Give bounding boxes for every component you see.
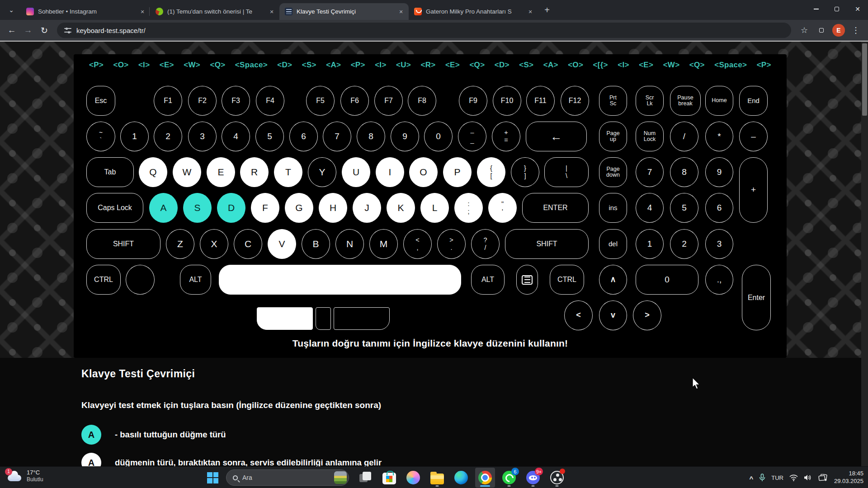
key-np6[interactable]: 6 <box>705 193 733 223</box>
key-w[interactable]: W <box>173 157 201 187</box>
key-semicolon[interactable]: :; <box>454 193 483 223</box>
microphone-icon[interactable] <box>759 474 765 482</box>
bookmark-star-icon[interactable]: ☆ <box>797 23 812 38</box>
key-np-plus[interactable]: + <box>739 157 768 223</box>
key-np-enter[interactable]: Enter <box>742 265 771 330</box>
tab-close-button[interactable]: ✕ <box>526 8 534 16</box>
key-f8[interactable]: F8 <box>408 86 436 116</box>
key-np-slash[interactable]: / <box>670 122 698 151</box>
profile-avatar[interactable]: E <box>831 23 846 38</box>
key-b[interactable]: B <box>302 229 330 259</box>
key-ctrl-right[interactable]: CTRL <box>550 265 584 295</box>
key-f9[interactable]: F9 <box>459 86 487 116</box>
key-np0[interactable]: 0 <box>636 265 698 295</box>
taskbar-clock[interactable]: 18:45 29.03.2025 <box>834 470 863 485</box>
key-f7[interactable]: F7 <box>374 86 403 116</box>
key-np1[interactable]: 1 <box>636 229 664 259</box>
key-del[interactable]: del <box>599 229 627 259</box>
key-np7[interactable]: 7 <box>636 157 664 187</box>
forward-button[interactable]: → <box>21 23 35 38</box>
key-f1[interactable]: F1 <box>154 86 182 116</box>
key-f11[interactable]: F11 <box>526 86 555 116</box>
taskbar-app-store[interactable] <box>379 468 399 488</box>
key-3[interactable]: 3 <box>188 122 217 151</box>
key-f5[interactable]: F5 <box>306 86 335 116</box>
tray-overflow-chevron-icon[interactable]: ^ <box>749 475 753 483</box>
key-2[interactable]: 2 <box>154 122 182 151</box>
key-i[interactable]: I <box>376 157 404 187</box>
key-q[interactable]: Q <box>139 157 167 187</box>
tab-2[interactable]: (1) Temu'dan switch önerisi | Te✕ <box>150 3 279 20</box>
key-menu[interactable] <box>516 265 538 295</box>
key-backspace[interactable]: ← <box>526 122 587 151</box>
key-6[interactable]: 6 <box>289 122 318 151</box>
key-win[interactable] <box>126 265 155 295</box>
address-bar[interactable]: keyboard-test.space/tr/ <box>57 23 791 38</box>
key-h[interactable]: H <box>319 193 347 223</box>
key-equals[interactable]: += <box>492 122 520 151</box>
scrollbar-thumb[interactable] <box>862 43 867 116</box>
key-prtsc[interactable]: PrtSc <box>599 86 627 116</box>
key-num-lock[interactable]: NumLock <box>636 122 664 151</box>
key-bracket-left[interactable]: {[ <box>477 157 505 187</box>
key-page-up[interactable]: Pageup <box>599 122 627 151</box>
taskbar-app-copilot[interactable] <box>403 468 423 488</box>
key-quote[interactable]: "' <box>488 193 517 223</box>
key-arrow-down[interactable]: v <box>599 300 627 330</box>
key-slash[interactable]: ?/ <box>471 229 500 259</box>
key-np5[interactable]: 5 <box>670 193 698 223</box>
key-scrlk[interactable]: ScrLk <box>636 86 664 116</box>
key-5[interactable]: 5 <box>255 122 284 151</box>
tab-1[interactable]: Sohbetler • Instagram✕ <box>21 3 150 20</box>
key-t[interactable]: T <box>274 157 302 187</box>
site-settings-icon[interactable] <box>64 28 71 33</box>
key-a[interactable]: A <box>149 193 178 223</box>
key-c[interactable]: C <box>234 229 262 259</box>
start-button[interactable] <box>203 469 222 487</box>
kebab-menu-icon[interactable]: ⋮ <box>848 23 863 38</box>
key-x[interactable]: X <box>200 229 228 259</box>
key-end[interactable]: End <box>739 86 768 116</box>
key-arrow-right[interactable]: > <box>633 300 661 330</box>
key-f[interactable]: F <box>251 193 279 223</box>
taskbar-app-explorer[interactable] <box>427 468 447 488</box>
reload-button[interactable]: ↻ <box>37 23 52 38</box>
key-y[interactable]: Y <box>308 157 336 187</box>
tab-close-button[interactable]: ✕ <box>397 8 405 16</box>
key-ctrl-left[interactable]: CTRL <box>86 265 121 295</box>
taskbar-app-edge[interactable] <box>451 468 471 488</box>
page-scrollbar[interactable] <box>861 42 868 467</box>
key-backquote[interactable]: ~` <box>86 122 115 151</box>
key-8[interactable]: 8 <box>357 122 385 151</box>
key-np2[interactable]: 2 <box>670 229 698 259</box>
key-e[interactable]: E <box>207 157 235 187</box>
key-d[interactable]: D <box>217 193 245 223</box>
key-alt-right[interactable]: ALT <box>471 265 505 295</box>
key-m[interactable]: M <box>369 229 398 259</box>
key-home[interactable]: Home <box>705 86 733 116</box>
key-arrow-left[interactable]: < <box>564 300 593 330</box>
key-space[interactable] <box>219 265 461 295</box>
key-f4[interactable]: F4 <box>256 86 284 116</box>
taskbar-app-obs[interactable] <box>547 468 567 488</box>
key-alt-left[interactable]: ALT <box>180 265 211 295</box>
key-np9[interactable]: 9 <box>705 157 733 187</box>
key-0[interactable]: 0 <box>424 122 453 151</box>
taskbar-app-discord[interactable]: 9+ <box>523 468 543 488</box>
key-shift-right[interactable]: SHIFT <box>505 229 589 259</box>
tab-search-caret-icon[interactable]: ⌄ <box>5 3 18 17</box>
volume-icon[interactable] <box>804 474 812 481</box>
wifi-icon[interactable] <box>789 474 798 481</box>
taskbar-search[interactable]: Ara <box>226 469 349 486</box>
key-pause[interactable]: Pausebreak <box>670 86 701 116</box>
key-np8[interactable]: 8 <box>670 157 698 187</box>
key-minus[interactable]: –_ <box>458 122 486 151</box>
taskbar-app-chrome[interactable] <box>475 468 495 488</box>
key-g[interactable]: G <box>285 193 313 223</box>
key-9[interactable]: 9 <box>391 122 419 151</box>
taskbar-app-task-view[interactable] <box>355 468 375 488</box>
key-bracket-right[interactable]: }] <box>511 157 539 187</box>
key-4[interactable]: 4 <box>222 122 250 151</box>
tab-4[interactable]: Gateron Milky Pro Anahtarları S✕ <box>409 3 538 20</box>
key-shift-left[interactable]: SHIFT <box>86 229 160 259</box>
